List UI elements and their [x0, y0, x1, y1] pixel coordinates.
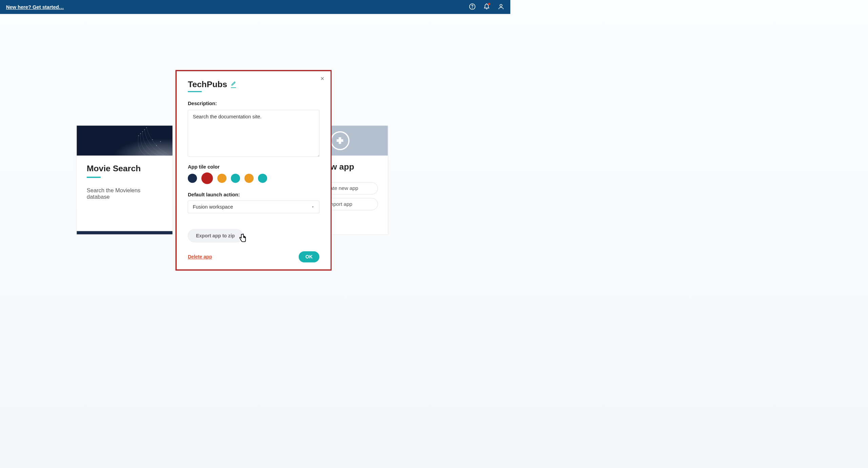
modal-title: TechPubs [188, 80, 227, 89]
color-swatch-orange[interactable] [217, 174, 226, 183]
export-app-button[interactable]: Export app to zip [188, 229, 243, 242]
swirl-graphic-icon [121, 125, 173, 155]
app-card-banner [77, 125, 172, 155]
launch-action-value: Fusion workspace [193, 204, 233, 210]
color-swatch-red[interactable] [201, 173, 213, 184]
color-swatch-navy[interactable] [188, 174, 197, 183]
color-swatch-teal[interactable] [231, 174, 240, 183]
description-label: Description: [188, 100, 319, 106]
svg-point-1 [472, 8, 472, 8]
notifications-icon[interactable] [483, 3, 490, 11]
app-card-description: Search the Movielens database [87, 188, 162, 200]
plus-circle-icon[interactable] [331, 131, 350, 150]
app-card-title: Movie Search [87, 163, 162, 173]
svg-point-8 [160, 141, 161, 142]
app-card-footer-stripe [77, 231, 172, 234]
svg-point-7 [138, 135, 139, 136]
svg-point-2 [500, 4, 502, 7]
help-icon[interactable] [469, 3, 476, 11]
color-swatch-teal2[interactable] [258, 174, 267, 183]
description-textarea[interactable] [188, 110, 319, 157]
svg-point-3 [146, 127, 147, 128]
chevron-down-icon [311, 205, 314, 208]
svg-point-10 [152, 139, 153, 140]
svg-point-5 [142, 131, 143, 132]
close-icon[interactable] [320, 76, 324, 81]
get-started-link[interactable]: New here? Get started… [6, 4, 64, 10]
color-swatch-row [188, 174, 319, 184]
edit-title-icon[interactable] [231, 81, 236, 88]
svg-point-4 [144, 129, 145, 130]
top-icons [469, 3, 505, 11]
launch-action-label: Default launch action: [188, 192, 319, 197]
title-underline [87, 177, 101, 178]
launch-action-select[interactable]: Fusion workspace [188, 201, 319, 213]
top-bar: New here? Get started… [0, 0, 510, 14]
app-card-movie-search[interactable]: Movie Search Search the Movielens databa… [77, 125, 172, 234]
title-underline [188, 91, 202, 92]
delete-app-link[interactable]: Delete app [188, 254, 212, 259]
notification-dot-icon [488, 3, 490, 5]
svg-point-6 [140, 133, 141, 134]
tile-color-label: App tile color [188, 164, 319, 170]
user-icon[interactable] [498, 3, 505, 11]
app-settings-modal: TechPubs Description: App tile color Def… [175, 70, 332, 271]
color-swatch-orange2[interactable] [244, 174, 254, 183]
svg-point-9 [156, 145, 157, 146]
ok-button[interactable]: OK [299, 251, 319, 262]
